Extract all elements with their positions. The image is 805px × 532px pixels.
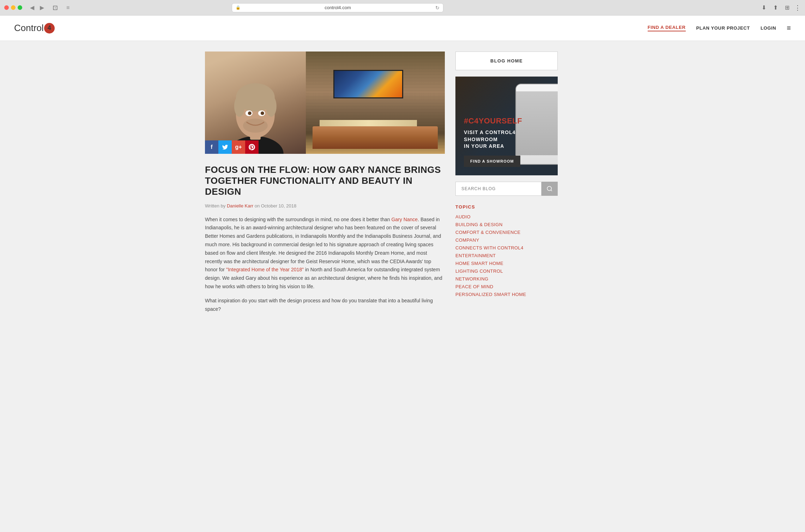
list-item: COMPANY <box>455 237 558 243</box>
menu-button[interactable]: ≡ <box>64 4 72 12</box>
list-item: NETWORKING <box>455 276 558 282</box>
topic-entertainment[interactable]: ENTERTAINMENT <box>455 253 496 258</box>
hero-room-image <box>306 52 445 154</box>
topic-company[interactable]: COMPANY <box>455 237 479 243</box>
topic-lighting-control[interactable]: LIGHTING CONTROL <box>455 268 503 274</box>
share-button[interactable]: ⬆ <box>771 4 780 12</box>
lock-icon: 🔒 <box>236 5 241 10</box>
list-item: HOME SMART HOME <box>455 260 558 266</box>
tv-screen <box>333 70 403 98</box>
sidebar-button[interactable]: ⊡ <box>50 3 61 12</box>
list-item: PEACE OF MIND <box>455 284 558 289</box>
article-title: FOCUS ON THE FLOW: HOW GARY NANCE BRINGS… <box>205 164 445 198</box>
promo-content: #C4YOURSELF VISIT A CONTROL4SHOWROOMIN Y… <box>464 116 549 167</box>
list-item: AUDIO <box>455 214 558 219</box>
topic-building-design[interactable]: BUILDING & DESIGN <box>455 222 503 227</box>
content-area: f g+ FOCUS ON THE FLOW: HOW GARY NANCE B… <box>191 41 614 330</box>
hashtag-4: 4 <box>474 116 479 125</box>
minimize-button[interactable] <box>11 5 16 10</box>
browser-actions: ⬇ ⬆ ⊞ ⋮ <box>759 4 801 12</box>
list-item: LIGHTING CONTROL <box>455 268 558 274</box>
meta-date: on October 10, 2018 <box>253 203 296 208</box>
person-photo <box>205 52 306 154</box>
promo-text: VISIT A CONTROL4SHOWROOMIN YOUR AREA <box>464 129 549 150</box>
social-bar: f g+ <box>205 140 259 154</box>
login-link[interactable]: LOGIN <box>761 25 776 31</box>
refresh-button[interactable]: ↻ <box>435 5 440 11</box>
sofa-area <box>313 126 438 149</box>
site-nav: FIND A DEALER PLAN YOUR PROJECT LOGIN ≡ <box>648 24 791 32</box>
back-button[interactable]: ◀ <box>28 4 36 12</box>
blog-home-button[interactable]: BLOG HOME <box>455 52 558 70</box>
svg-point-9 <box>261 111 264 115</box>
list-item: BUILDING & DESIGN <box>455 222 558 227</box>
googleplus-share-button[interactable]: g+ <box>232 140 245 154</box>
body-text-1b: . Based in Indianapolis, he is an award-… <box>205 217 441 273</box>
article-meta: Written by Danielle Karr on October 10, … <box>205 203 445 208</box>
facebook-share-button[interactable]: f <box>205 140 218 154</box>
svg-line-12 <box>551 190 552 191</box>
list-item: COMFORT & CONVENIENCE <box>455 229 558 235</box>
split-button[interactable]: ⊞ <box>783 4 792 12</box>
hero-image <box>205 52 445 154</box>
author-link[interactable]: Danielle Karr <box>227 203 253 208</box>
topic-networking[interactable]: NETWORKING <box>455 276 488 282</box>
article-paragraph-2: What inspiration do you start with the d… <box>205 297 445 314</box>
meta-written: Written by <box>205 203 227 208</box>
list-item: CONNECTS WITH CONTROL4 <box>455 245 558 250</box>
sidebar: BLOG HOME #C4YOURSELF VISIT A CONTROL4SH… <box>455 52 558 319</box>
page-wrapper: Control 4 FIND A DEALER PLAN YOUR PROJEC… <box>0 16 805 532</box>
topic-audio[interactable]: AUDIO <box>455 214 471 219</box>
svg-point-4 <box>234 96 245 117</box>
gary-nance-link[interactable]: Gary Nance <box>391 217 418 222</box>
hashtag-suffix: YOURSELF <box>479 116 522 125</box>
hashtag-prefix: #C <box>464 116 474 125</box>
twitter-share-button[interactable] <box>218 140 232 154</box>
logo-text: Control <box>14 23 44 34</box>
hero-image-container: f g+ <box>205 52 445 154</box>
logo-badge: 4 <box>44 23 55 34</box>
extensions-button[interactable]: ⋮ <box>794 4 801 12</box>
download-button[interactable]: ⬇ <box>759 4 768 12</box>
close-button[interactable] <box>4 5 9 10</box>
find-dealer-link[interactable]: FIND A DEALER <box>648 25 686 31</box>
showroom-promo: #C4YOURSELF VISIT A CONTROL4SHOWROOMIN Y… <box>455 77 558 175</box>
search-input[interactable] <box>455 182 541 196</box>
nav-buttons: ◀ ▶ <box>28 4 46 12</box>
topic-comfort-convenience[interactable]: COMFORT & CONVENIENCE <box>455 230 521 235</box>
site-logo[interactable]: Control 4 <box>14 23 55 34</box>
url-text: control4.com <box>243 5 433 10</box>
topic-home-smart-home[interactable]: HOME SMART HOME <box>455 261 503 266</box>
integrated-home-link[interactable]: "Integrated Home of the Year 2018" <box>226 267 304 272</box>
main-article: f g+ FOCUS ON THE FLOW: HOW GARY NANCE B… <box>205 52 445 319</box>
hero-person-image <box>205 52 306 154</box>
search-box <box>455 182 558 196</box>
pinterest-share-button[interactable] <box>245 140 259 154</box>
forward-button[interactable]: ▶ <box>38 4 46 12</box>
topic-peace-of-mind[interactable]: PEACE OF MIND <box>455 284 494 289</box>
svg-point-11 <box>547 186 551 191</box>
topics-section: TOPICS AUDIO BUILDING & DESIGN COMFORT &… <box>455 204 558 297</box>
svg-point-10 <box>243 119 268 133</box>
topics-label: TOPICS <box>455 204 558 210</box>
topic-list: AUDIO BUILDING & DESIGN COMFORT & CONVEN… <box>455 214 558 297</box>
find-showroom-button[interactable]: FIND A SHOWROOM <box>464 156 520 167</box>
article-body: When it comes to designing with the surr… <box>205 216 445 314</box>
promo-hashtag: #C4YOURSELF <box>464 116 549 126</box>
traffic-lights <box>4 5 22 10</box>
topic-personalized-smart-home[interactable]: PERSONALIZED SMART HOME <box>455 292 526 297</box>
hamburger-menu[interactable]: ≡ <box>787 24 791 32</box>
list-item: PERSONALIZED SMART HOME <box>455 291 558 297</box>
body-text-1: When it comes to designing with the surr… <box>205 217 391 222</box>
topic-connects-control4[interactable]: CONNECTS WITH CONTROL4 <box>455 245 523 250</box>
address-bar[interactable]: 🔒 control4.com ↻ <box>232 3 443 12</box>
browser-chrome: ◀ ▶ ⊡ ≡ 🔒 control4.com ↻ ⬇ ⬆ ⊞ ⋮ <box>0 0 805 16</box>
svg-point-8 <box>248 111 252 115</box>
search-button[interactable] <box>541 182 558 196</box>
svg-point-5 <box>266 96 277 117</box>
site-header: Control 4 FIND A DEALER PLAN YOUR PROJEC… <box>0 16 805 41</box>
list-item: ENTERTAINMENT <box>455 253 558 258</box>
article-paragraph-1: When it comes to designing with the surr… <box>205 216 445 291</box>
plan-project-link[interactable]: PLAN YOUR PROJECT <box>696 25 750 31</box>
fullscreen-button[interactable] <box>18 5 22 10</box>
